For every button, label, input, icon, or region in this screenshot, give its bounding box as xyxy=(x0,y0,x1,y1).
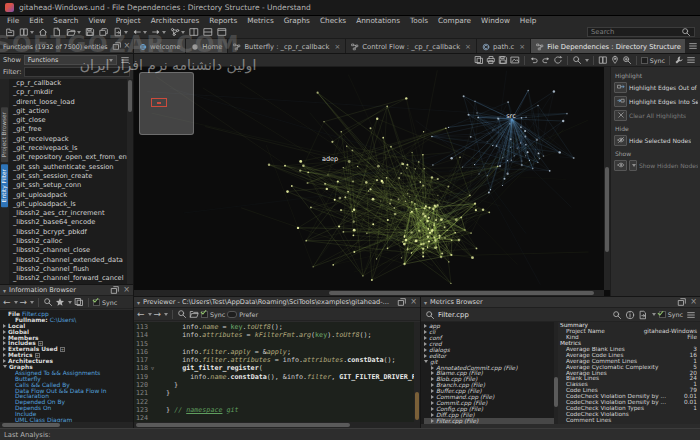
float-panel-icon[interactable] xyxy=(677,297,687,307)
code-line[interactable]: 123 } // namespace git xyxy=(134,406,414,414)
expand-badge-icon[interactable]: + xyxy=(38,341,43,346)
tab-close-icon[interactable]: × xyxy=(465,43,471,51)
menu-item-edit[interactable]: Edit xyxy=(24,16,48,26)
copy-icon[interactable] xyxy=(74,297,84,307)
print-icon[interactable] xyxy=(486,55,496,65)
home-icon[interactable] xyxy=(36,26,49,38)
information-tree[interactable]: FileFilter.cppFullname:C:\Users\LocalGlo… xyxy=(0,310,133,422)
entity-item[interactable]: _libssh2_calloc xyxy=(9,237,127,246)
menu-item-metrics[interactable]: Metrics xyxy=(242,16,279,26)
expand-badge-icon[interactable]: + xyxy=(60,347,65,352)
overview-icon[interactable] xyxy=(598,55,608,65)
menu-item-window[interactable]: Window xyxy=(476,16,515,26)
tab-file-dependencies-directory-structure[interactable]: File Dependencies : Directory Structure× xyxy=(531,39,685,53)
tab-close-icon[interactable]: × xyxy=(519,43,525,51)
metrics-file-tree[interactable]: appcliconfcreddialogseditorgitAnnotatedC… xyxy=(421,322,554,424)
undo-icon[interactable] xyxy=(529,55,539,65)
entity-item[interactable]: _git_receivepack_ls xyxy=(9,144,127,153)
code-line[interactable]: 117 info.filter.attributes = info.attrib… xyxy=(134,356,414,364)
favorites-icon[interactable] xyxy=(55,297,65,307)
copy-icon[interactable] xyxy=(474,55,484,65)
export-page-icon[interactable] xyxy=(111,26,129,38)
prefer-toggle[interactable]: Prefer xyxy=(227,311,258,318)
entity-item[interactable]: _libssh2_channel_forward_cancel xyxy=(9,274,127,283)
dependency-graph[interactable] xyxy=(134,67,604,290)
dep-graph-icon[interactable] xyxy=(168,26,186,38)
layout-one-icon[interactable] xyxy=(215,26,228,38)
book-icon[interactable] xyxy=(17,26,35,38)
side-tab-project-browser[interactable]: Project Browser xyxy=(1,107,8,162)
tab-home[interactable]: Home xyxy=(186,39,228,53)
entity-item[interactable]: _git_ssh_setup_conn xyxy=(9,181,127,190)
dependency-graph-canvas[interactable]: adepsrc xyxy=(134,67,610,296)
entity-item[interactable]: _git_close xyxy=(9,116,127,125)
entity-list[interactable]: _cp_r_callback_cp_r_mkdir_dirent_loose_l… xyxy=(9,79,127,284)
graph-search-icon[interactable] xyxy=(572,55,582,65)
tab-path-c[interactable]: path.c× xyxy=(477,39,531,53)
info-icon[interactable] xyxy=(625,310,635,320)
minimap-viewport[interactable] xyxy=(151,98,167,107)
graph-minimap[interactable] xyxy=(139,72,194,135)
tree-value[interactable]: C:\Users\ xyxy=(50,317,77,323)
side-tab-entity-filter[interactable]: Entity Filter xyxy=(1,164,8,207)
entity-item[interactable]: _libssh2_channel_close xyxy=(9,246,127,255)
layout-cols-icon[interactable] xyxy=(187,26,200,38)
forward-icon[interactable]: → xyxy=(20,298,28,307)
search-icon[interactable] xyxy=(43,297,53,307)
menu-item-search[interactable]: Search xyxy=(48,16,83,26)
entity-filter-menu-icon[interactable] xyxy=(120,55,130,65)
find-icon[interactable] xyxy=(612,310,622,320)
entity-list-scrollbar[interactable] xyxy=(127,79,133,284)
zoom-region-icon[interactable] xyxy=(622,55,632,65)
collapse-chevron-icon[interactable]: ▾ xyxy=(424,299,427,306)
entity-item[interactable]: _git_receivepack xyxy=(9,135,127,144)
menu-item-help[interactable]: Help xyxy=(515,16,542,26)
graph-menu-icon[interactable] xyxy=(686,55,696,65)
tab-overflow-menu-icon[interactable] xyxy=(685,39,700,53)
entity-item[interactable]: _libssh2_channel_extended_data xyxy=(9,256,127,265)
entity-item[interactable]: _libssh2_base64_encode xyxy=(9,218,127,227)
layout-rows-icon[interactable] xyxy=(201,26,214,38)
open-project-icon[interactable] xyxy=(3,26,16,38)
expand-badge-icon[interactable]: + xyxy=(35,353,40,358)
relayout-icon[interactable] xyxy=(553,55,563,65)
float-panel-icon[interactable] xyxy=(397,297,407,307)
menu-item-graphs[interactable]: Graphs xyxy=(279,16,315,26)
graph-settings-icon[interactable] xyxy=(674,55,684,65)
option-show-hidden-nodes[interactable]: Show Hidden Nodes xyxy=(613,158,699,172)
entity-item[interactable]: _git_uploadpack xyxy=(9,191,127,200)
back-icon[interactable]: ← xyxy=(137,310,145,319)
menu-item-file[interactable]: File xyxy=(2,16,24,26)
code-line[interactable]: 120 } xyxy=(134,381,414,389)
export-icon[interactable] xyxy=(638,310,648,320)
code-line[interactable]: 115 xyxy=(134,340,414,348)
close-panel-icon[interactable]: × xyxy=(124,42,131,50)
option-highlight-edges-into-selected[interactable]: Highlight Edges Into Selected ... xyxy=(613,94,699,108)
previewer-sync-toggle[interactable]: Sync xyxy=(201,311,225,318)
code-line[interactable]: 118▽ git_filter_register( xyxy=(134,364,414,372)
collapse-chevron-icon[interactable]: ▾ xyxy=(137,299,140,306)
global-search-box[interactable] xyxy=(587,27,695,37)
option-highlight-edges-out-of-select[interactable]: Highlight Edges Out of Select... xyxy=(613,80,699,94)
tab-butterfly-cp-r-callback[interactable]: Butterfly : _cp_r_callback× xyxy=(228,39,346,53)
metrics-sync-toggle[interactable]: Sync xyxy=(659,311,683,318)
option-hide-selected-nodes[interactable]: Hide Selected Nodes xyxy=(613,133,699,147)
open-folder-icon[interactable] xyxy=(189,309,199,319)
code-line[interactable]: 119 info.name.constData(), &info.filter,… xyxy=(134,373,414,381)
tab-welcome[interactable]: welcome xyxy=(134,39,186,53)
code-line[interactable]: 116 info.filter.apply = &apply; xyxy=(134,348,414,356)
float-panel-icon[interactable] xyxy=(110,285,120,295)
entity-item[interactable]: _cp_r_mkdir xyxy=(9,88,127,97)
entity-item[interactable]: _git_ssh_authenticate_session xyxy=(9,163,127,172)
entity-kind-dropdown[interactable]: Functions xyxy=(24,55,117,65)
menu-item-compare[interactable]: Compare xyxy=(433,16,476,26)
tab-close-icon[interactable]: × xyxy=(334,43,340,51)
export-image-icon[interactable] xyxy=(510,55,520,65)
search-icon[interactable] xyxy=(681,27,691,37)
tab-control-flow-cp-r-callback[interactable]: Control Flow : _cp_r_callback× xyxy=(346,39,477,53)
entity-item[interactable]: _dirent_loose_load xyxy=(9,98,127,107)
code-line[interactable]: 113 info.name = key.toUtf8(); xyxy=(134,323,414,331)
menu-item-checks[interactable]: Checks xyxy=(315,16,351,26)
entity-item[interactable]: _libssh2_channel_flush xyxy=(9,265,127,274)
fold-marker-icon[interactable]: ▽ xyxy=(151,364,158,372)
